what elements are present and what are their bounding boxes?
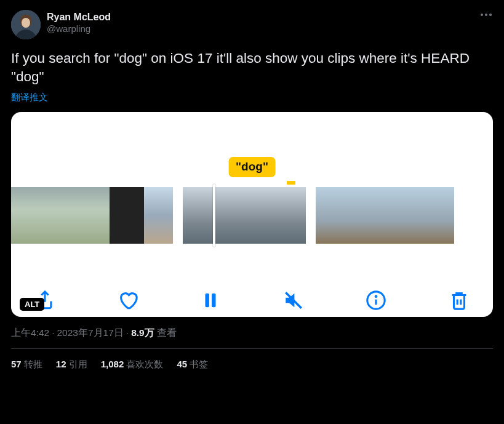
views-label: 查看 [157,327,177,340]
thumb [85,187,110,244]
clip-group-3 [316,187,454,244]
svg-point-8 [376,296,377,297]
media-top: "dog" [11,112,493,182]
svg-point-2 [22,18,30,28]
likes-stat[interactable]: 1,082 喜欢次数 [101,359,164,370]
timeline-marker [287,181,295,185]
heart-icon [118,290,138,311]
thumb [36,187,60,244]
thumb [343,187,371,244]
translate-link[interactable]: 翻译推文 [11,92,48,103]
bookmarks-stat[interactable]: 45 书签 [177,359,208,370]
svg-rect-4 [212,293,215,307]
pause-button[interactable] [200,290,221,311]
filmstrip[interactable] [11,187,493,244]
user-handle[interactable]: @warpling [47,23,493,35]
playhead[interactable] [213,184,215,247]
media-toolbar [20,290,484,311]
avatar-image [11,10,41,39]
thumb [316,187,343,244]
media-card[interactable]: "dog" [11,112,493,317]
user-info: Ryan McLeod @warpling [47,10,493,35]
more-icon [481,14,483,16]
stats-row: 57 转推 12 引用 1,082 喜欢次数 45 书签 [11,349,493,370]
thumb [371,187,399,244]
caption-pill: "dog" [228,157,276,177]
trash-icon [449,290,470,311]
info-icon [366,290,386,311]
pause-icon [200,290,221,311]
display-name[interactable]: Ryan McLeod [47,11,493,23]
meta-row: 上午4:42 · 2023年7月17日 · 8.9万 查看 [11,327,493,340]
clip-group-1 [11,187,173,244]
svg-rect-3 [206,293,209,307]
tweet-date[interactable]: 2023年7月17日 [57,327,123,340]
tweet-container: Ryan McLeod @warpling If you search for … [0,0,504,379]
delete-button[interactable] [449,290,470,311]
thumb [110,187,144,244]
mute-button[interactable] [283,290,304,311]
thumb [11,187,36,244]
retweets-stat[interactable]: 57 转推 [11,359,42,370]
thumb [60,187,85,244]
quotes-stat[interactable]: 12 引用 [56,359,87,370]
thumb [399,187,426,244]
thumb [426,187,454,244]
views-count: 8.9万 [131,327,154,340]
speaker-muted-icon [283,290,304,311]
avatar[interactable] [11,10,41,39]
info-button[interactable] [366,290,386,311]
clip-group-2 [183,187,306,244]
tweet-time[interactable]: 上午4:42 [11,327,49,340]
thumb [144,187,173,244]
more-button[interactable] [479,10,493,20]
alt-badge[interactable]: ALT [20,298,44,311]
like-button[interactable] [118,290,138,311]
tweet-text: If you search for "dog" on iOS 17 it'll … [11,49,493,87]
thumb [244,187,306,244]
tweet-header: Ryan McLeod @warpling [11,10,493,39]
